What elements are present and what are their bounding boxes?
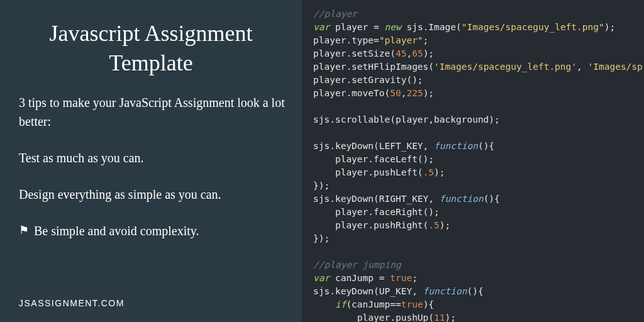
code-panel: //player var player = new sjs.Image("Ima… (302, 0, 644, 322)
footer-url: JSASSIGNMENT.COM (19, 298, 125, 308)
code-string: "Images/spaceguy_left.png" (462, 22, 604, 32)
code-function-kw: function (434, 141, 478, 151)
code-bool: true (390, 273, 412, 283)
tip-1: Test as much as you can. (19, 148, 296, 167)
code-comment: //player (313, 9, 357, 19)
code-number: 45 (396, 48, 406, 58)
code-keyword: var (313, 22, 330, 32)
tip-3-row: ⚑ Be simple and avoid complexity. (19, 221, 296, 240)
tip-2: Design everything as simple as you can. (19, 185, 296, 204)
info-panel: Javascript Assignment Template 3 tips to… (0, 0, 302, 322)
page-title: Javascript Assignment Template (19, 19, 296, 78)
flag-icon: ⚑ (19, 222, 29, 239)
intro-text: 3 tips to make your JavaScript Assignmen… (19, 93, 296, 131)
tip-3-text: Be simple and avoid complexity. (34, 221, 199, 240)
